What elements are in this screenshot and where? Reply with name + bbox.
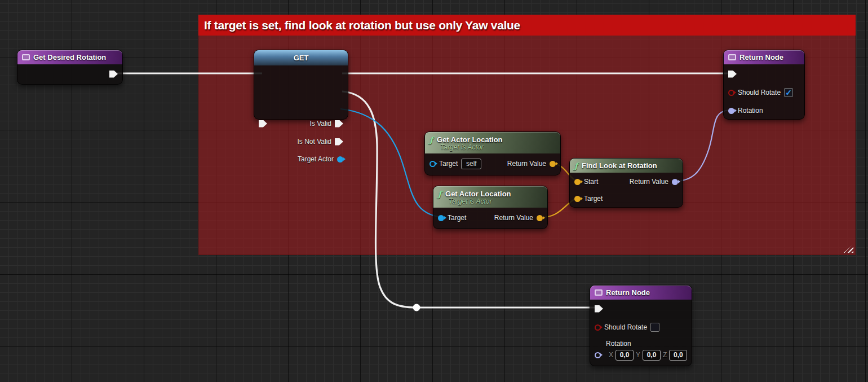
exec-input-pin[interactable]: [259, 120, 267, 128]
node-get-desired-rotation[interactable]: Get Desired Rotation: [17, 50, 123, 85]
axis-y-label: Y: [636, 351, 640, 359]
node-header[interactable]: GET: [254, 50, 348, 65]
rotator-input-pin-rotation[interactable]: [595, 352, 601, 358]
axis-x-field[interactable]: 0,0: [615, 350, 634, 361]
pin-label-target: Target: [584, 195, 603, 203]
vector-output-pin-return-value[interactable]: [537, 215, 543, 221]
pin-label-should-rotate: Should Rotate: [604, 323, 647, 331]
node-title: Find Look at Rotation: [582, 161, 657, 170]
function-icon: ƒ: [574, 163, 578, 169]
node-title: Get Actor Location: [437, 135, 503, 144]
exec-input-pin[interactable]: [728, 71, 737, 78]
node-title: Return Node: [606, 288, 650, 297]
pin-label-is-not-valid: Is Not Valid: [298, 138, 331, 146]
should-rotate-checkbox[interactable]: ✓: [784, 88, 793, 97]
function-icon: ƒ: [429, 137, 433, 143]
node-title: Return Node: [739, 53, 783, 62]
pin-label-return-value: Return Value: [494, 214, 533, 222]
node-title: Get Actor Location: [445, 190, 511, 198]
bool-input-pin-should-rotate[interactable]: [728, 90, 734, 96]
rotator-output-pin-return-value[interactable]: [672, 179, 678, 185]
pin-label-start: Start: [584, 178, 598, 186]
pin-label-should-rotate: Should Rotate: [738, 89, 781, 96]
should-rotate-checkbox[interactable]: [650, 323, 659, 332]
result-icon: [728, 54, 736, 60]
function-icon: ƒ: [438, 191, 441, 197]
pin-label-rotation: Rotation: [606, 340, 631, 348]
node-header[interactable]: Get Desired Rotation: [17, 50, 122, 64]
blueprint-graph[interactable]: If target is set, find look at rotation …: [0, 0, 868, 382]
pin-label-target: Target: [439, 160, 458, 168]
node-title: GET: [294, 54, 309, 62]
node-subtitle: Target is Actor: [449, 198, 491, 205]
node-header[interactable]: Return Node: [724, 50, 804, 64]
vector-output-pin-return-value[interactable]: [550, 161, 556, 167]
node-header[interactable]: ƒ Get Actor Location Target is Actor: [433, 186, 547, 208]
vector-input-pin-start[interactable]: [574, 179, 581, 185]
object-output-pin-target-actor[interactable]: [337, 156, 343, 163]
node-header[interactable]: Return Node: [590, 286, 692, 300]
axis-x-label: X: [609, 351, 613, 359]
node-header[interactable]: ƒ Find Look at Rotation: [570, 159, 683, 173]
pin-label-target: Target: [448, 214, 466, 222]
node-get-actor-location-self[interactable]: ƒ Get Actor Location Target is Actor Tar…: [424, 131, 561, 175]
object-input-pin-target[interactable]: [429, 161, 436, 167]
node-find-look-at-rotation[interactable]: ƒ Find Look at Rotation Start Return Val…: [569, 158, 683, 208]
node-get-isvalid[interactable]: GET Is Valid Is Not Valid Target Actor: [254, 50, 348, 120]
reroute-node[interactable]: [413, 304, 420, 311]
object-input-pin-target[interactable]: [438, 215, 444, 221]
result-icon: [595, 289, 603, 296]
node-return-bottom[interactable]: Return Node Should Rotate Rotation X 0,0: [590, 285, 692, 366]
bool-input-pin-should-rotate[interactable]: [595, 324, 601, 331]
node-header[interactable]: ƒ Get Actor Location Target is Actor: [425, 132, 560, 153]
target-default-field[interactable]: self: [461, 159, 481, 169]
pin-label-rotation: Rotation: [738, 107, 763, 115]
exec-output-pin-is-not-valid[interactable]: [335, 138, 343, 146]
node-get-actor-location-target[interactable]: ƒ Get Actor Location Target is Actor Tar…: [433, 186, 548, 229]
axis-z-field[interactable]: 0,0: [669, 350, 687, 361]
pin-label-return-value: Return Value: [507, 160, 546, 168]
node-subtitle: Target is Actor: [440, 144, 483, 151]
pin-label-target-actor: Target Actor: [298, 155, 334, 163]
exec-input-pin[interactable]: [595, 305, 603, 313]
exec-output-pin-is-valid[interactable]: [335, 120, 343, 128]
pin-label-is-valid: Is Valid: [310, 120, 331, 128]
axis-y-field[interactable]: 0,0: [643, 350, 661, 361]
macro-icon: [22, 54, 30, 60]
rotator-input-pin-rotation[interactable]: [728, 108, 734, 114]
node-return-top[interactable]: Return Node Should Rotate ✓ Rotation: [723, 50, 805, 120]
exec-output-pin[interactable]: [109, 71, 118, 78]
axis-z-label: Z: [663, 351, 667, 359]
node-title: Get Desired Rotation: [33, 53, 106, 62]
pin-label-return-value: Return Value: [630, 178, 668, 186]
vector-input-pin-target[interactable]: [574, 196, 581, 202]
